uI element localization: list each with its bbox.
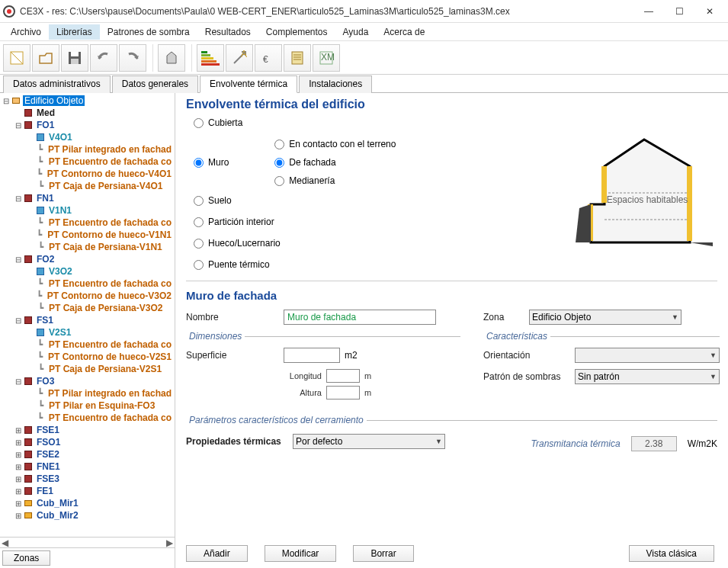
building-diagram: Espacios habitables [576,128,713,250]
improve-tool[interactable]: A [226,44,253,72]
tree-item[interactable]: ┗PT Encuentro de fachada co [2,217,173,229]
tree-item[interactable]: V1N1 [2,204,173,217]
longitud-unit: m [364,371,371,380]
radio-5[interactable]: Puente térmico [194,259,717,270]
orientacion-label: Orientación [483,350,575,361]
tab-2[interactable]: Envolvente térmica [200,75,297,93]
radio-sub-1[interactable]: De fachada [274,157,396,168]
radio-sub-2[interactable]: Medianería [274,175,396,186]
app-icon [3,5,15,18]
menu-resultados[interactable]: Resultados [197,24,258,40]
undo-button[interactable] [90,44,117,72]
tree-item[interactable]: ⊞Cub_Mir2 [2,509,173,521]
nombre-input[interactable] [284,310,436,325]
minimize-button[interactable]: — [633,1,664,22]
cost-tool[interactable]: € [255,44,282,72]
modificar-button[interactable]: Modificar [265,545,337,562]
redo-button[interactable] [119,44,146,72]
report-tool[interactable] [284,44,311,72]
tab-3[interactable]: Instalaciones [299,75,372,93]
svg-point-1 [7,9,11,14]
tree-item[interactable]: ⊞Cub_Mir1 [2,497,173,509]
radio-0[interactable]: Cubierta [194,117,717,128]
toolbar: A € XML [0,41,728,75]
altura-input[interactable] [326,386,360,400]
vista-clasica-button[interactable]: Vista clásica [629,545,714,562]
tree-item[interactable]: ┗PT Contorno de hueco-V1N1 [2,229,173,241]
anadir-button[interactable]: Añadir [186,545,248,562]
tree-item[interactable]: ⊟FO3 [2,375,173,387]
building-tree[interactable]: ⊟Edificio ObjetoMed⊟FO1V4O1┗PT Pilar int… [0,93,175,537]
tree-item[interactable]: ┗PT Encuentro de fachada co [2,339,173,351]
tree-item[interactable]: ┗PT Pilar en Esquina-FO3 [2,400,173,412]
tree-item[interactable]: ┗PT Contorno de hueco-V3O2 [2,290,173,302]
superficie-input[interactable] [284,348,340,363]
borrar-button[interactable]: Borrar [353,545,413,562]
menu-librerías[interactable]: Librerías [49,24,100,40]
svg-text:€: € [263,54,268,65]
tree-item[interactable]: ┗PT Pilar integrado en fachad [2,143,173,156]
tree-item[interactable]: ┗PT Pilar integrado en fachad [2,387,173,400]
orientacion-select[interactable]: ▼ [575,348,720,363]
tree-item[interactable]: ┗PT Caja de Persiana-V3O2 [2,302,173,314]
propiedades-label: Propiedades térmicas [186,436,293,447]
longitud-label: Longitud [284,371,322,380]
tree-item[interactable]: ⊞FSE1 [2,424,173,436]
horizontal-scrollbar[interactable]: ◀▶ [0,537,175,547]
close-button[interactable]: ✕ [694,1,725,22]
menu-archivo[interactable]: Archivo [3,24,49,40]
tree-item[interactable]: V3O2 [2,265,173,278]
radio-sub-0[interactable]: En contacto con el terreno [274,139,396,149]
tree-item[interactable]: ⊟FO1 [2,119,173,131]
svg-rect-4 [71,52,79,56]
altura-label: Altura [284,388,322,397]
tree-item[interactable]: ┗PT Contorno de hueco-V2S1 [2,351,173,363]
tree-item[interactable]: ┗PT Caja de Persiana-V1N1 [2,241,173,253]
tree-item[interactable]: ⊟FO2 [2,253,173,265]
svg-rect-9 [201,60,216,63]
tree-item[interactable]: ┗PT Caja de Persiana-V2S1 [2,363,173,375]
tree-item[interactable]: ⊞FE1 [2,485,173,497]
tree-item[interactable]: ⊟FN1 [2,192,173,204]
tree-item[interactable]: ┗PT Caja de Persiana-V4O1 [2,180,173,192]
tree-item[interactable]: ⊟FS1 [2,314,173,326]
xml-tool[interactable]: XML [313,44,340,72]
building-tool[interactable] [158,44,185,72]
save-button[interactable] [61,44,88,72]
patron-label: Patrón de sombras [483,371,575,382]
maximize-button[interactable]: ☐ [664,1,694,22]
tree-item[interactable]: V2S1 [2,326,173,339]
new-button[interactable] [3,44,30,72]
nombre-label: Nombre [186,312,284,323]
tree-item[interactable]: ⊟Edificio Objeto [2,95,173,107]
tree-item[interactable]: ⊞FSE2 [2,448,173,460]
menu-patrones de sombra[interactable]: Patrones de sombra [100,24,197,40]
longitud-input[interactable] [326,369,360,383]
svg-marker-25 [576,204,591,242]
open-button[interactable] [32,44,59,72]
tree-item[interactable]: ┗PT Encuentro de fachada co [2,156,173,168]
menu-ayuda[interactable]: Ayuda [335,24,377,40]
propiedades-select[interactable]: Por defecto▼ [293,434,445,449]
tab-0[interactable]: Datos administrativos [3,75,111,93]
radio-muro[interactable]: Muro [194,157,229,168]
menu-acerca de[interactable]: Acerca de [376,24,432,40]
patron-select[interactable]: Sin patrón▼ [575,369,720,384]
tree-item[interactable]: ┗PT Contorno de hueco-V4O1 [2,168,173,180]
tree-item[interactable]: ⊞FSE3 [2,473,173,485]
tree-item[interactable]: ┗PT Encuentro de fachada co [2,278,173,290]
parametros-legend: Parámetros característicos del cerramien… [186,415,367,425]
tree-item[interactable]: Med [2,107,173,119]
tab-1[interactable]: Datos generales [112,75,198,93]
transmitancia-label: Transmitancia térmica [531,438,621,449]
tree-item[interactable]: ⊞FNE1 [2,460,173,473]
tree-item[interactable]: ⊞FSO1 [2,436,173,448]
tree-item[interactable]: ┗PT Encuentro de fachada co [2,412,173,424]
svg-rect-5 [71,59,79,64]
zona-select[interactable]: Edificio Objeto▼ [529,310,681,325]
tree-item[interactable]: V4O1 [2,131,173,143]
zonas-button[interactable]: Zonas [2,550,50,566]
svg-text:XML: XML [321,52,335,63]
rating-tool[interactable] [197,44,224,72]
menu-complementos[interactable]: Complementos [258,24,335,40]
